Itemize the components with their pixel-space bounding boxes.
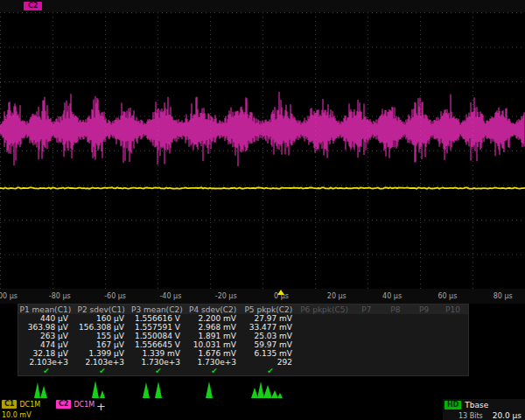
measure-col-header-unused[interactable]: P7 [354,305,382,314]
c1-scale: 10.0 mV [2,411,32,419]
measure-value: 363.98 µV [18,323,74,332]
c2-label: C2 [56,400,71,409]
measure-value: 1.339 mV [130,349,186,358]
measure-status-check: ✔ [74,367,130,375]
histicon-p4[interactable] [192,377,235,398]
measure-stat-row: 263 µV155 µV1.550084 V1.891 mV25.03 mV [18,332,468,340]
c2-coupling: DC1M [74,401,94,409]
measure-col-header[interactable]: P5 pkpk(C2) [242,305,298,314]
oscilloscope-screen: C2 -100 µs-80 µs-60 µs-40 µs-20 µs0 µs20… [0,0,525,420]
measure-value: 1.730e+3 [186,358,242,367]
timebase-scale: 20.0 µs [493,411,523,420]
measure-value: 1.399 µV [74,349,130,358]
measure-col-header-unused[interactable]: P6 pkpk(C5) [298,305,354,314]
hd-badge: HD [444,401,461,410]
measure-value: 263 µV [18,332,74,340]
bottom-descriptor-bar: C1 DC1M 10.0 mV C2 DC1M + HD Tbase 13 Bi… [0,399,525,420]
measure-col-header-unused[interactable]: P9 [410,305,439,314]
measure-value: 6.135 mV [242,349,298,358]
c1-trace [0,187,525,188]
measure-value: 2.103e+3 [18,358,74,367]
measure-status-row: ✔✔✔✔✔ [18,367,468,375]
measure-col-header-unused[interactable]: P10 [439,305,468,314]
histicon-p2[interactable] [80,377,123,398]
measure-value: 1.676 mV [186,349,242,358]
measure-col-header[interactable]: P1 mean(C1) [18,305,74,314]
channel-c1-descriptor[interactable]: C1 DC1M 10.0 mV [2,399,54,420]
measure-col-header[interactable]: P3 mean(C2) [130,305,186,314]
measure-status-check: ✔ [242,367,298,375]
histicon-p3[interactable] [136,377,179,398]
time-axis-label: -100 µs [0,292,18,300]
measure-value: 10.031 mV [186,340,242,349]
timebase-descriptor[interactable]: HD Tbase 13 Bits 20.0 µs [443,399,525,420]
measure-value: 167 µV [74,340,130,349]
measure-col-header-unused[interactable]: P8 [382,305,410,314]
top-toolbar: C2 [0,0,525,12]
waveform-grid [0,12,525,289]
measure-value: 1.556645 V [130,340,186,349]
time-axis-label: -20 µs [215,292,237,300]
measure-stat-row: 440 µV160 µV1.556616 V2.200 mV27.97 mV [18,314,468,323]
measure-value: 59.97 mV [242,340,298,349]
measure-value: 25.03 mV [242,332,298,340]
time-axis: -100 µs-80 µs-60 µs-40 µs-20 µs0 µs20 µs… [0,289,525,304]
measure-value: 1.556616 V [130,314,186,323]
measure-value: 1.730e+3 [130,358,186,367]
channel-c2-descriptor[interactable]: C2 DC1M [56,399,100,420]
time-axis-label: -60 µs [104,292,126,300]
measure-col-header[interactable]: P4 sdev(C2) [186,305,242,314]
time-axis-label: -80 µs [49,292,71,300]
time-axis-label: 20 µs [327,292,346,300]
measure-stat-row: 2.103e+32.103e+31.730e+31.730e+3292 [18,358,468,367]
measure-value: 2.968 mV [186,323,242,332]
timebase-label: Tbase [465,401,488,410]
measure-value: 1.550084 V [130,332,186,340]
measure-value: 155 µV [74,332,130,340]
measure-stat-row: 363.98 µV156.308 µV1.557591 V2.968 mV33.… [18,323,468,332]
measure-stat-row: 474 µV167 µV1.556645 V10.031 mV59.97 mV [18,340,468,349]
measure-value: 2.200 mV [186,314,242,323]
measure-value: 292 [242,358,298,367]
time-axis-label: 60 µs [438,292,457,300]
waveform-traces [0,12,525,289]
trigger-time-marker[interactable] [277,290,284,295]
timebase-bits: 13 Bits [458,412,483,420]
histicon-p5[interactable] [248,377,291,398]
measure-status-check: ✔ [130,367,186,375]
time-axis-label: 80 µs [494,292,513,300]
measure-col-header[interactable]: P2 sdev(C1) [74,305,130,314]
measure-status-check: ✔ [18,367,74,375]
c2-trace [0,92,524,166]
measure-value: 2.103e+3 [74,358,130,367]
c1-label: C1 [2,400,17,409]
measure-value: 1.557591 V [130,323,186,332]
time-axis-label: 40 µs [382,292,402,300]
measure-status-check: ✔ [186,367,242,375]
measure-value: 474 µV [18,340,74,349]
measure-value: 156.308 µV [74,323,130,332]
measure-value: 33.477 mV [242,323,298,332]
measure-value: 1.891 mV [186,332,242,340]
c1-coupling: DC1M [19,401,40,409]
measure-table: P1 mean(C1)P2 sdev(C1)P3 mean(C2)P4 sdev… [18,304,469,376]
channel-indicator-badge[interactable]: C2 [24,2,42,10]
measure-value: 27.97 mV [242,314,298,323]
measure-value: 160 µV [74,314,130,323]
cursor-crosshair[interactable]: + [96,401,106,412]
measure-stat-row: 32.18 µV1.399 µV1.339 mV1.676 mV6.135 mV [18,349,468,358]
time-axis-label: -40 µs [159,292,181,300]
measure-value: 440 µV [18,314,74,323]
measure-value: 32.18 µV [18,349,74,358]
histicon-p1[interactable] [24,377,67,398]
